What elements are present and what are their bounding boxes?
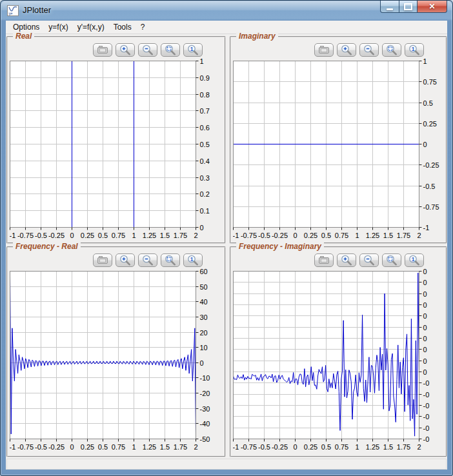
zoom-in-button[interactable]	[337, 253, 356, 267]
svg-text:1.5: 1.5	[383, 443, 393, 451]
svg-text:0.25: 0.25	[304, 443, 317, 451]
svg-text:-0.5: -0.5	[258, 232, 270, 239]
svg-text:0.5: 0.5	[321, 443, 331, 451]
svg-text:-0.5: -0.5	[258, 443, 270, 451]
svg-text:1.25: 1.25	[366, 232, 379, 239]
svg-text:-0.25: -0.25	[272, 443, 288, 451]
svg-text:0: 0	[423, 279, 427, 286]
zoom-out-button[interactable]	[138, 43, 157, 57]
svg-text:2: 2	[417, 443, 421, 451]
svg-text:0: 0	[293, 232, 297, 239]
zoom-reset-button[interactable]: 1	[405, 253, 424, 267]
svg-text:0.3: 0.3	[200, 174, 210, 182]
svg-text:0: 0	[423, 324, 427, 332]
svg-text:1.75: 1.75	[397, 232, 410, 239]
panel-title-imaginary: Imaginary	[236, 32, 278, 41]
zoom-region-button[interactable]	[382, 43, 401, 57]
svg-text:-1: -1	[233, 443, 239, 451]
svg-text:0.9: 0.9	[200, 74, 210, 82]
zoom-reset-button[interactable]: 1	[183, 43, 203, 57]
svg-text:1: 1	[423, 57, 427, 65]
panel-title-frequency-real: Frequency - Real	[13, 242, 81, 251]
svg-text:0.75: 0.75	[112, 443, 125, 451]
maximize-button[interactable]	[399, 1, 418, 13]
zoom-out-button[interactable]	[359, 253, 379, 267]
svg-text:0.8: 0.8	[200, 91, 210, 99]
svg-text:60: 60	[200, 268, 208, 275]
svg-text:40: 40	[200, 298, 208, 306]
status-bar	[6, 459, 447, 470]
svg-text:-50: -50	[200, 435, 210, 443]
zoom-in-button[interactable]	[116, 253, 135, 267]
minimize-button[interactable]	[380, 1, 399, 13]
zoom-out-button[interactable]	[359, 43, 379, 57]
zoom-reset-button[interactable]: 1	[183, 253, 203, 267]
toolbar-frequency-imaginary: 1	[314, 253, 424, 267]
svg-text:-1: -1	[10, 443, 15, 451]
zoom-in-button[interactable]	[337, 43, 356, 57]
svg-text:30: 30	[200, 313, 208, 321]
svg-text:-1: -1	[423, 224, 430, 232]
svg-text:0.25: 0.25	[81, 443, 94, 451]
menu-item-tools[interactable]: Tools	[109, 21, 136, 33]
menu-item-yprime[interactable]: y'=f(x,y)	[73, 21, 109, 33]
toolbar-frequency-real: 1	[93, 253, 203, 267]
plot-canvas-real[interactable]: -1-0.75-0.5-0.2500.250.50.7511.251.51.75…	[10, 57, 223, 240]
svg-text:-0: -0	[423, 413, 430, 421]
svg-text:1: 1	[190, 256, 194, 263]
svg-text:1: 1	[355, 443, 359, 451]
zoom-in-button[interactable]	[116, 43, 135, 57]
svg-text:10: 10	[200, 344, 208, 352]
svg-text:0.6: 0.6	[200, 124, 210, 132]
save-image-button	[93, 253, 112, 267]
svg-text:-0.25: -0.25	[272, 232, 288, 239]
plot-canvas-frequency-imaginary[interactable]: -1-0.75-0.5-0.2500.250.50.7511.251.51.75…	[233, 267, 446, 451]
svg-text:0.75: 0.75	[335, 232, 348, 239]
svg-text:-0: -0	[423, 402, 430, 410]
close-button[interactable]: ✕	[418, 1, 447, 13]
svg-text:1: 1	[200, 57, 204, 65]
svg-text:0.4: 0.4	[200, 157, 210, 165]
svg-text:0: 0	[70, 232, 74, 239]
svg-text:1.5: 1.5	[160, 232, 170, 239]
plot-canvas-imaginary[interactable]: -1-0.75-0.5-0.2500.250.50.7511.251.51.75…	[233, 57, 446, 240]
svg-text:-0.75: -0.75	[17, 443, 34, 451]
zoom-reset-button[interactable]: 1	[405, 43, 424, 57]
window-title: JPlotter	[23, 1, 51, 20]
svg-text:-0.5: -0.5	[35, 232, 47, 239]
zoom-region-button[interactable]	[161, 43, 180, 57]
svg-text:-1: -1	[233, 232, 239, 239]
svg-text:0.5: 0.5	[423, 99, 433, 107]
menu-item-help[interactable]: ?	[136, 21, 150, 33]
svg-text:0: 0	[423, 312, 427, 320]
zoom-out-button[interactable]	[138, 253, 157, 267]
zoom-region-button[interactable]	[382, 253, 401, 267]
menu-item-yfx[interactable]: y=f(x)	[44, 21, 72, 33]
svg-text:0.2: 0.2	[200, 190, 210, 198]
svg-text:50: 50	[200, 283, 208, 291]
svg-text:1: 1	[132, 232, 136, 239]
svg-text:-20: -20	[200, 390, 210, 397]
svg-text:-0.75: -0.75	[241, 232, 257, 239]
zoom-region-button[interactable]	[161, 253, 180, 267]
svg-text:0: 0	[423, 346, 427, 353]
jplotter-window: y= JPlotter ✕ Options y=f(x) y'=f(x,y) T…	[0, 0, 453, 476]
svg-text:1: 1	[412, 256, 415, 263]
svg-text:-0.5: -0.5	[35, 443, 47, 451]
titlebar[interactable]: y= JPlotter ✕	[1, 1, 452, 21]
save-image-button	[93, 43, 112, 57]
content-area: Real 1 -1-0.75-0.5-0.2500.250.50.7511.25…	[6, 34, 447, 470]
plot-canvas-frequency-real[interactable]: -1-0.75-0.5-0.2500.250.50.7511.251.51.75…	[10, 267, 223, 451]
svg-text:0.25: 0.25	[304, 232, 317, 239]
svg-text:-30: -30	[200, 405, 210, 413]
svg-text:-0: -0	[423, 424, 430, 432]
svg-text:2: 2	[194, 443, 197, 451]
svg-text:1.75: 1.75	[397, 443, 410, 451]
svg-text:0.75: 0.75	[112, 232, 125, 239]
svg-text:1.75: 1.75	[174, 232, 187, 239]
svg-text:2: 2	[417, 232, 421, 239]
svg-text:-0.75: -0.75	[423, 203, 439, 211]
maximize-icon	[404, 3, 412, 10]
svg-text:0.5: 0.5	[200, 141, 210, 148]
svg-text:0: 0	[423, 335, 427, 342]
